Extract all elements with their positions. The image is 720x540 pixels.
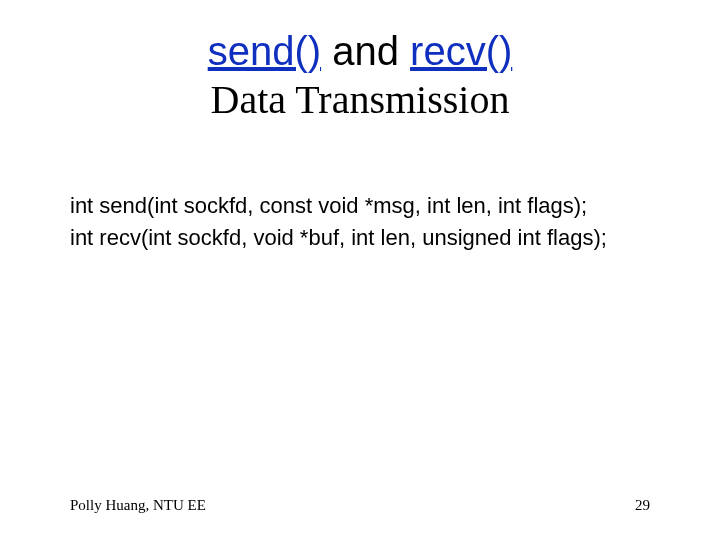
slide-title: send() and recv() Data Transmission [0, 28, 720, 124]
title-fn-recv: recv() [410, 29, 512, 73]
slide: send() and recv() Data Transmission int … [0, 0, 720, 540]
title-line-1: send() and recv() [0, 28, 720, 74]
title-conj: and [321, 29, 410, 73]
code-line-recv: int recv(int sockfd, void *buf, int len,… [70, 222, 670, 254]
footer-author: Polly Huang, NTU EE [70, 497, 206, 514]
title-fn-send: send() [208, 29, 321, 73]
slide-body: int send(int sockfd, const void *msg, in… [70, 190, 670, 254]
code-line-send: int send(int sockfd, const void *msg, in… [70, 190, 670, 222]
title-subtitle: Data Transmission [0, 76, 720, 124]
footer-page-number: 29 [635, 497, 650, 514]
